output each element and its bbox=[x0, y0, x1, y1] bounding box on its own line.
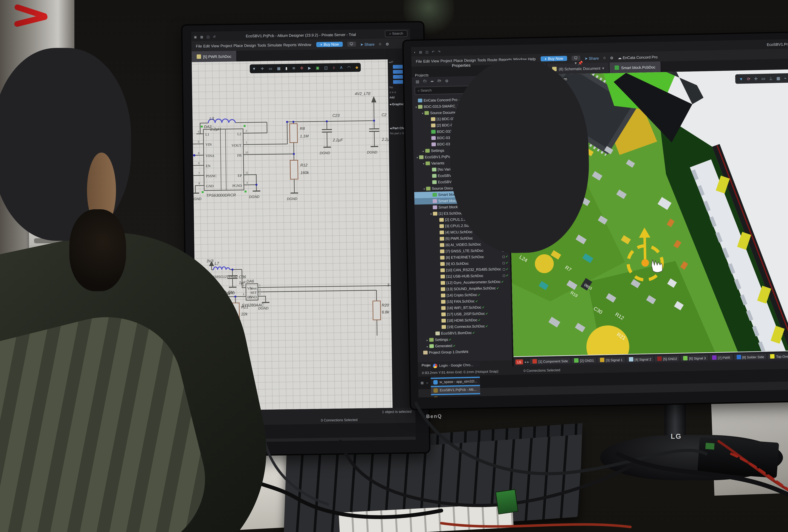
expand-icon[interactable] bbox=[429, 195, 432, 195]
layer-set-button[interactable]: LS bbox=[515, 359, 523, 364]
expand-icon[interactable] bbox=[436, 220, 439, 220]
wire-icon[interactable]: ≋ bbox=[292, 64, 296, 73]
layer-tab[interactable]: Top Overlay bbox=[768, 353, 788, 359]
arc-icon[interactable]: ◠ bbox=[347, 63, 351, 72]
filter-icon[interactable]: ▼ bbox=[739, 77, 743, 81]
measure-icon[interactable]: ⊥ bbox=[769, 76, 772, 81]
select-rect-icon[interactable]: ▭ bbox=[761, 76, 765, 81]
resistor-r8[interactable] bbox=[290, 124, 298, 143]
sheet-icon[interactable]: ▣ bbox=[316, 63, 319, 72]
expand-icon[interactable] bbox=[428, 138, 431, 138]
menu-item[interactable]: Simulate bbox=[267, 42, 283, 48]
resistor-r20[interactable] bbox=[373, 301, 381, 320]
expand-icon[interactable] bbox=[436, 270, 440, 271]
select-rect-icon[interactable]: ▭ bbox=[269, 64, 272, 73]
expand-icon[interactable] bbox=[436, 264, 440, 264]
component-da2[interactable] bbox=[203, 129, 244, 190]
open-icon[interactable]: 🗀 bbox=[423, 79, 427, 83]
layer-tab[interactable]: [6] Signal 3 bbox=[681, 355, 708, 361]
component-icon[interactable]: ▦ bbox=[776, 76, 780, 81]
model-chip[interactable] bbox=[393, 75, 403, 79]
expand-icon[interactable] bbox=[419, 353, 423, 353]
forward-icon[interactable]: ➦ bbox=[431, 79, 434, 83]
expand-icon[interactable] bbox=[432, 333, 435, 334]
move-icon[interactable]: ✛ bbox=[754, 76, 757, 81]
menu-item[interactable]: Tools bbox=[257, 43, 267, 48]
search-icon[interactable]: ○ bbox=[426, 381, 428, 385]
ic-icon[interactable]: ◫ bbox=[324, 63, 328, 72]
menu-item[interactable]: Route bbox=[487, 57, 498, 63]
doc-tab-pwr[interactable]: [5] PWR.SchDoc bbox=[192, 51, 237, 62]
menu-item[interactable]: File bbox=[415, 59, 422, 64]
menu-item[interactable]: Project bbox=[220, 43, 233, 48]
layer-tab[interactable]: [8] Solder Side bbox=[734, 354, 767, 360]
app-icons[interactable]: ◗ ▤ ◫ ↶ ↷ bbox=[414, 49, 442, 54]
expand-icon[interactable] bbox=[438, 327, 441, 327]
expand-icon[interactable] bbox=[429, 182, 432, 182]
buy-now-button[interactable]: ◗ Buy Now bbox=[316, 42, 342, 47]
search-icon[interactable]: ○ bbox=[199, 431, 201, 434]
capacitor-c23[interactable] bbox=[322, 130, 332, 132]
comment-icon[interactable]: 🗨 bbox=[571, 56, 580, 61]
expand-icon[interactable]: ▾ bbox=[422, 187, 426, 190]
expand-icon[interactable]: ▾ bbox=[414, 105, 418, 109]
menu-item[interactable]: Design bbox=[464, 58, 477, 63]
menu-item[interactable]: Place bbox=[453, 58, 464, 63]
save-icon[interactable]: ▤ bbox=[416, 79, 419, 83]
expand-icon[interactable] bbox=[437, 295, 441, 296]
capacitor-c2[interactable] bbox=[369, 129, 379, 132]
share-button[interactable]: ➤ Share bbox=[585, 56, 599, 60]
buy-now-button[interactable]: ◗ Buy Now bbox=[540, 56, 567, 61]
expand-icon[interactable] bbox=[436, 251, 440, 252]
lasso-icon[interactable]: ⟳ bbox=[747, 76, 750, 81]
expand-icon[interactable]: ▾ bbox=[429, 212, 433, 215]
move-icon[interactable]: ✛ bbox=[261, 64, 264, 73]
taskbar-app[interactable]: w_spa... bbox=[204, 428, 231, 437]
component-icon[interactable]: ▦ bbox=[277, 64, 280, 73]
resistor-r12[interactable] bbox=[290, 160, 298, 179]
model-chip[interactable] bbox=[393, 80, 403, 84]
gear-icon[interactable]: ⚙ bbox=[610, 55, 613, 60]
menu-item[interactable]: Window bbox=[297, 42, 312, 47]
tab-smart-block-pcbdoc[interactable]: Smart block.PcbDoc bbox=[610, 61, 661, 73]
menu-item[interactable]: Project bbox=[440, 58, 453, 63]
menu-item[interactable]: View bbox=[430, 58, 440, 64]
layer-scroll-right-icon[interactable]: ▸ bbox=[527, 360, 529, 363]
layer-scroll-left-icon[interactable]: ◂ bbox=[524, 360, 526, 363]
menu-item[interactable]: Place bbox=[233, 43, 244, 48]
status-editor[interactable]: Editor bbox=[200, 412, 210, 416]
menu-item[interactable]: Edit bbox=[202, 43, 211, 49]
expand-icon[interactable] bbox=[437, 314, 441, 315]
folder-icon[interactable]: 🗁 bbox=[437, 79, 441, 83]
filter-icon[interactable]: ▼ bbox=[252, 64, 256, 73]
app-icons[interactable]: ▣ ▦ ◫ ↺ bbox=[194, 34, 217, 38]
menu-item[interactable]: Reports bbox=[282, 42, 297, 47]
expand-icon[interactable] bbox=[428, 170, 432, 170]
expand-icon[interactable] bbox=[427, 119, 431, 119]
settings-icon[interactable]: ⚙ bbox=[445, 78, 449, 83]
layer-tab[interactable]: [1] Component Side bbox=[530, 358, 571, 364]
menu-item[interactable]: Design bbox=[243, 43, 257, 48]
share-button[interactable]: ➤ Share bbox=[360, 42, 374, 46]
expand-icon[interactable]: ▾ bbox=[422, 162, 426, 165]
menu-item[interactable]: Tools bbox=[476, 58, 487, 63]
junction-icon[interactable]: ✜ bbox=[300, 64, 303, 73]
account-chip[interactable]: ☁ EnCata Concord Pro bbox=[618, 54, 658, 59]
power-icon[interactable]: ⏚ bbox=[332, 63, 335, 72]
taskbar-app[interactable]: w_spase - app_stm32l... bbox=[431, 378, 480, 387]
expand-icon[interactable]: ▾ bbox=[421, 112, 425, 115]
route-icon[interactable]: ⌁ bbox=[784, 76, 787, 80]
menu-item[interactable]: Edit bbox=[422, 59, 430, 64]
diamond-icon[interactable]: ◆ bbox=[355, 63, 358, 72]
start-button[interactable]: ⊞ bbox=[421, 381, 423, 385]
layer-tab[interactable]: [7] PWR bbox=[710, 354, 733, 360]
clipboard-icon[interactable]: ▮ bbox=[285, 64, 288, 73]
layer-tab[interactable]: [2] GND1 bbox=[572, 357, 596, 363]
home-icon[interactable]: ⌂ bbox=[603, 56, 606, 59]
expand-icon[interactable]: ▸ bbox=[426, 344, 429, 348]
resistor-r21[interactable] bbox=[232, 303, 239, 322]
layer-tab[interactable]: [4] Signal 2 bbox=[626, 356, 654, 362]
home-icon[interactable]: ⌂ bbox=[379, 42, 381, 45]
gear-icon[interactable]: ⚙ bbox=[386, 41, 389, 46]
expand-icon[interactable] bbox=[436, 239, 440, 239]
